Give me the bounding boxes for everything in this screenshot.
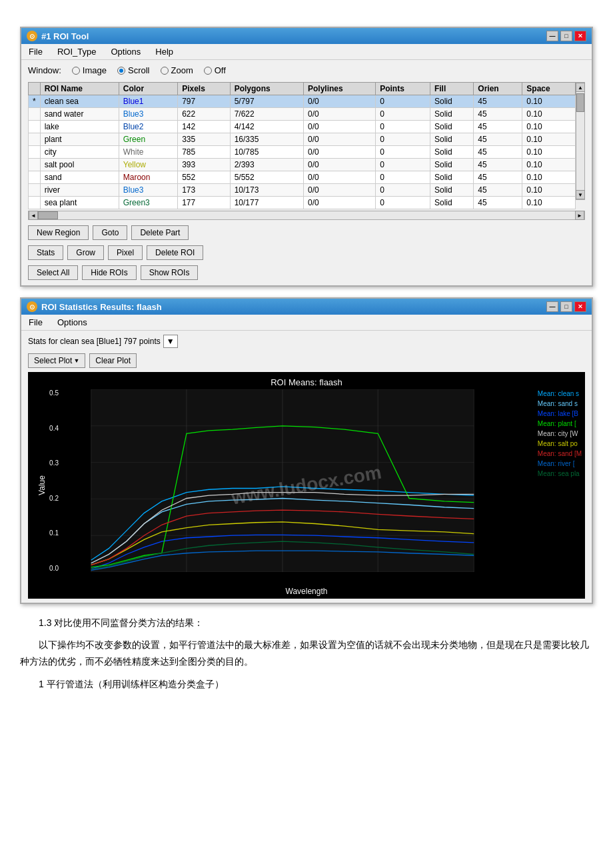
radio-scroll[interactable]: Scroll [117,65,150,75]
roi-tool-icon: ⊙ [27,31,37,41]
legend-clean-sea: Mean: clean s [536,389,584,398]
row-color: Blue1 [119,95,177,108]
hscroll-right-arrow[interactable]: ► [575,211,584,220]
row-pixels: 797 [178,95,231,108]
menu-roi-type[interactable]: ROI_Type [55,46,99,57]
radio-zoom-label: Zoom [171,65,193,75]
scroll-up-arrow[interactable]: ▲ [576,83,585,92]
delete-roi-button[interactable]: Delete ROI [147,245,203,260]
stats-menu-options[interactable]: Options [55,317,89,328]
hide-rois-button[interactable]: Hide ROIs [82,265,136,280]
row-space: 0.10 [522,159,576,171]
row-color: White [119,146,177,159]
table-row[interactable]: city White 785 10/785 0/0 0 Solid 45 0.1… [29,146,576,159]
row-roi-name: clean sea [40,95,119,108]
stats-minimize-button[interactable]: — [546,301,558,312]
legend-plant: Mean: plant [ [536,419,584,428]
scroll-down-arrow[interactable]: ▼ [576,190,585,199]
show-rois-button[interactable]: Show ROIs [141,265,199,280]
stats-maximize-button[interactable]: □ [560,301,572,312]
row-polylines: 0/0 [304,184,376,197]
row-star [29,159,41,171]
row-orien: 45 [474,121,522,133]
table-row[interactable]: plant Green 335 16/335 0/0 0 Solid 45 0.… [29,133,576,146]
close-button[interactable]: ✕ [574,31,586,41]
goto-button[interactable]: Goto [93,225,127,240]
radio-off-label: Off [215,65,226,75]
table-row[interactable]: * clean sea Blue1 797 5/797 0/0 0 Solid … [29,95,576,108]
maximize-button[interactable]: □ [560,31,572,41]
row-space: 0.10 [522,108,576,121]
table-row[interactable]: lake Blue2 142 4/142 0/0 0 Solid 45 0.10 [29,121,576,133]
clear-plot-button[interactable]: Clear Plot [89,353,137,368]
col-space: Space [522,83,576,95]
table-row[interactable]: river Blue3 173 10/173 0/0 0 Solid 45 0.… [29,184,576,197]
row-pixels: 552 [178,171,231,184]
radio-image-label: Image [83,65,107,75]
x-axis-label: Wavelength [286,587,328,596]
row-space: 0.10 [522,121,576,133]
row-star [29,121,41,133]
radio-zoom[interactable]: Zoom [161,65,193,75]
row-color: Blue3 [119,108,177,121]
scroll-thumb[interactable] [576,93,584,112]
col-polygons: Polygons [230,83,303,95]
row-polylines: 0/0 [304,197,376,209]
paragraph1: 以下操作均不改变参数的设置，如平行管道法中的最大标准差，如果设置为空值的话就不会… [20,637,593,670]
select-plot-button[interactable]: Select Plot ▼ [28,353,85,368]
select-plot-arrow: ▼ [73,357,79,364]
radio-image[interactable]: Image [72,65,107,75]
hscroll-track[interactable] [38,211,575,219]
table-row[interactable]: sand water Blue3 622 7/622 0/0 0 Solid 4… [29,108,576,121]
stats-menu-file[interactable]: File [27,317,45,328]
row-star: * [29,95,41,108]
menu-help[interactable]: Help [153,46,175,57]
stats-icon: ⊙ [27,301,37,312]
y-tick-01: 0.1 [40,529,59,537]
chart-svg: 500 1000 1500 2000 [60,389,505,572]
stats-menubar: File Options [21,315,592,331]
row-star [29,197,41,209]
titlebar-controls[interactable]: — □ ✕ [546,31,586,41]
row-polylines: 0/0 [304,133,376,146]
row-points: 0 [376,197,430,209]
hscroll-left-arrow[interactable]: ◄ [29,211,38,220]
table-header-row: ROI Name Color Pixels Polygons Polylines… [29,83,576,95]
radio-off[interactable]: Off [204,65,226,75]
row-pixels: 177 [178,197,231,209]
row-polygons: 4/142 [230,121,303,133]
table-row[interactable]: sea plant Green3 177 10/177 0/0 0 Solid … [29,197,576,209]
radio-image-circle [72,67,80,75]
menu-options[interactable]: Options [109,46,143,57]
grow-button[interactable]: Grow [67,245,104,260]
row-fill: Solid [430,184,473,197]
delete-part-button[interactable]: Delete Part [131,225,189,240]
menu-file[interactable]: File [27,46,45,57]
select-all-button[interactable]: Select All [28,265,78,280]
row-pixels: 393 [178,159,231,171]
col-fill: Fill [430,83,473,95]
legend-lake: Mean: lake [B [536,409,584,418]
minimize-button[interactable]: — [546,31,558,41]
row-color: Blue2 [119,121,177,133]
row-roi-name: sand water [40,108,119,121]
row-space: 0.10 [522,171,576,184]
stats-titlebar-controls[interactable]: — □ ✕ [546,301,586,312]
new-region-button[interactable]: New Region [28,225,89,240]
hscroll-thumb[interactable] [38,211,58,219]
table-row[interactable]: salt pool Yellow 393 2/393 0/0 0 Solid 4… [29,159,576,171]
roi-tool-titlebar: ⊙ #1 ROI Tool — □ ✕ [21,28,592,44]
row-polygons: 2/393 [230,159,303,171]
row-polygons: 10/177 [230,197,303,209]
radio-scroll-label: Scroll [128,65,150,75]
row-space: 0.10 [522,133,576,146]
pixel-button[interactable]: Pixel [108,245,143,260]
stats-close-button[interactable]: ✕ [574,301,586,312]
table-row[interactable]: sand Maroon 552 5/552 0/0 0 Solid 45 0.1… [29,171,576,184]
col-polylines: Polylines [304,83,376,95]
row-pixels: 142 [178,121,231,133]
row-points: 0 [376,133,430,146]
stats-button[interactable]: Stats [28,245,63,260]
stats-dropdown[interactable]: ▼ [163,335,178,348]
row-fill: Solid [430,95,473,108]
